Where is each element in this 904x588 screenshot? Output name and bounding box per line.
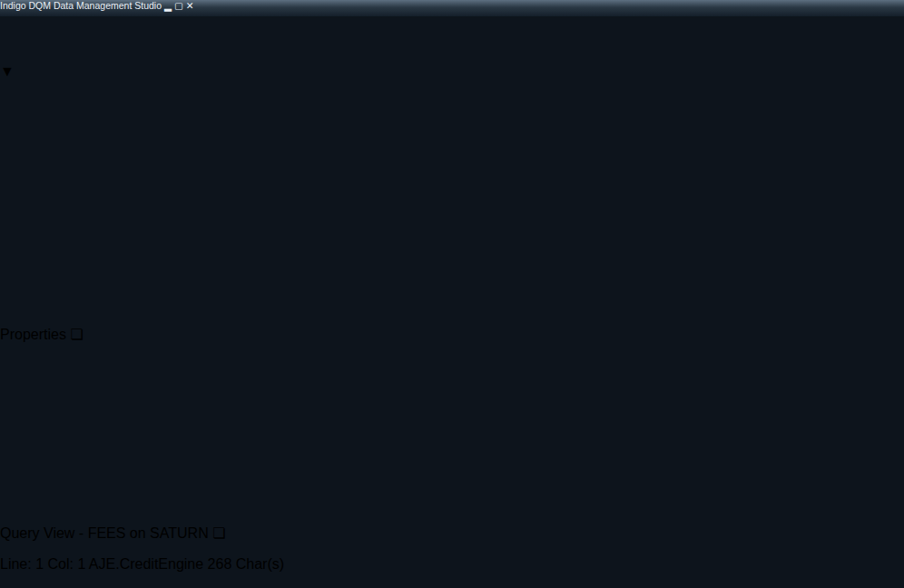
workspace: ▲ ▼ Properties ❏ Query View - FEES on SA… [0,0,904,588]
app-window: Indigo DQM Data Management Studio ▂ ▢ ✕ … [0,0,904,588]
xml-view[interactable] [1,2,868,576]
